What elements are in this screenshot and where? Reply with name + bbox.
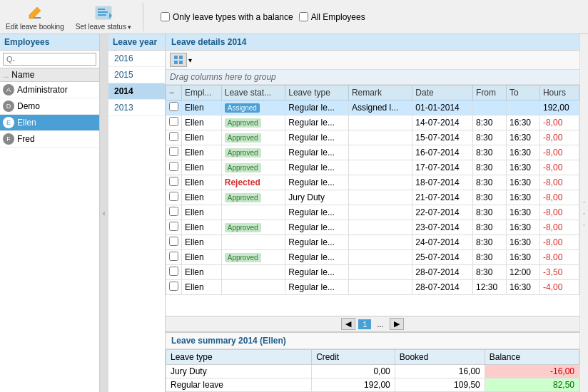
row-checkbox-cell[interactable] — [166, 250, 182, 265]
th-hours[interactable]: Hours — [539, 86, 579, 100]
emp-item-administrator[interactable]: A Administrator — [0, 82, 99, 98]
row-checkbox[interactable] — [169, 102, 178, 111]
cell-status: Approved — [221, 250, 285, 265]
table-row[interactable]: Ellen Approved Regular le... 25-07-2014 … — [166, 250, 579, 265]
collapse-employees-arrow[interactable]: ‹ — [100, 34, 108, 392]
row-checkbox-cell[interactable] — [166, 265, 182, 280]
table-row[interactable]: Ellen Approved Regular le... 15-07-2014 … — [166, 130, 579, 145]
row-checkbox[interactable] — [169, 252, 178, 261]
row-checkbox[interactable] — [169, 177, 178, 186]
row-checkbox-cell[interactable] — [166, 160, 182, 175]
emp-avatar-demo: D — [3, 100, 14, 112]
row-checkbox[interactable] — [169, 147, 178, 156]
row-checkbox-cell[interactable] — [166, 145, 182, 160]
table-row[interactable]: Ellen Approved Jury Duty 21-07-2014 8:30… — [166, 190, 579, 205]
cell-leave-type: Regular le... — [285, 265, 349, 280]
emp-item-ellen[interactable]: E Ellen — [0, 115, 99, 131]
grid-view-button[interactable] — [170, 53, 187, 67]
emp-item-demo[interactable]: D Demo — [0, 98, 99, 115]
cell-status — [221, 280, 285, 295]
summary-row: Regular leave 192,00 109,50 82,50 — [166, 378, 579, 392]
table-row[interactable]: Ellen Regular le... 22-07-2014 8:30 16:3… — [166, 205, 579, 220]
row-checkbox[interactable] — [169, 237, 178, 246]
all-employees-label[interactable]: All Employees — [299, 12, 365, 22]
year-item-2016[interactable]: 2016 — [108, 51, 165, 67]
row-checkbox-cell[interactable] — [166, 220, 182, 235]
svg-rect-7 — [179, 56, 183, 59]
cell-employee: Ellen — [182, 145, 222, 160]
page-dots[interactable]: ... — [374, 319, 386, 329]
page-prev-button[interactable]: ◀ — [341, 318, 355, 330]
edit-leave-icon — [24, 3, 46, 23]
row-checkbox-cell[interactable] — [166, 190, 182, 205]
year-item-2014[interactable]: 2014 — [108, 83, 165, 100]
only-leave-balance-label[interactable]: Only leave types with a balance — [161, 12, 293, 22]
leave-table-wrapper[interactable]: − Empl... Leave stat... Leave type Remar… — [166, 85, 579, 316]
grid-dropdown-icon[interactable]: ▾ — [188, 56, 192, 64]
sum-th-balance: Balance — [485, 350, 579, 365]
row-checkbox-cell[interactable] — [166, 100, 182, 115]
table-row[interactable]: Ellen Regular le... 24-07-2014 8:30 16:3… — [166, 235, 579, 250]
table-row[interactable]: Ellen Approved Regular le... 17-07-2014 … — [166, 160, 579, 175]
side-dots-right[interactable]: · · · — [579, 34, 588, 392]
cell-remark — [348, 145, 412, 160]
th-status[interactable]: Leave stat... — [221, 86, 285, 100]
table-row[interactable]: Ellen Approved Regular le... 14-07-2014 … — [166, 115, 579, 130]
row-checkbox-cell[interactable] — [166, 235, 182, 250]
cell-employee: Ellen — [182, 280, 222, 295]
table-row[interactable]: Ellen Assigned Regular le... Assigned l.… — [166, 100, 579, 115]
row-checkbox-cell[interactable] — [166, 175, 182, 190]
cell-hours: -8,00 — [539, 160, 579, 175]
row-checkbox-cell[interactable] — [166, 280, 182, 295]
row-checkbox[interactable] — [169, 267, 178, 276]
row-checkbox[interactable] — [169, 117, 178, 126]
cell-leave-type: Regular le... — [285, 220, 349, 235]
row-checkbox[interactable] — [169, 192, 178, 201]
cell-hours: -4,00 — [539, 280, 579, 295]
edit-leave-button[interactable]: Edit leave booking — [6, 3, 64, 31]
status-badge: Rejected — [225, 177, 260, 187]
table-row[interactable]: Ellen Approved Regular le... 23-07-2014 … — [166, 220, 579, 235]
page-next-button[interactable]: ▶ — [390, 318, 404, 330]
row-checkbox-cell[interactable] — [166, 115, 182, 130]
th-from[interactable]: From — [473, 86, 507, 100]
row-checkbox[interactable] — [169, 162, 178, 171]
set-leave-dropdown-icon[interactable]: ▾ — [128, 24, 131, 31]
row-checkbox-cell[interactable] — [166, 205, 182, 220]
cell-status — [221, 235, 285, 250]
row-checkbox[interactable] — [169, 207, 178, 216]
sum-th-type: Leave type — [166, 350, 312, 365]
table-row[interactable]: Ellen Rejected Regular le... 18-07-2014 … — [166, 175, 579, 190]
emp-item-fred[interactable]: F Fred — [0, 131, 99, 148]
table-row[interactable]: Ellen Regular le... 28-07-2014 8:30 12:0… — [166, 265, 579, 280]
th-leave-type[interactable]: Leave type — [285, 86, 349, 100]
set-leave-status-button[interactable]: Set leave status ▾ — [76, 3, 131, 31]
cell-hours: -8,00 — [539, 220, 579, 235]
table-row[interactable]: Ellen Regular le... 28-07-2014 12:30 16:… — [166, 280, 579, 295]
year-item-2013[interactable]: 2013 — [108, 100, 165, 116]
cell-to: 16:30 — [507, 280, 540, 295]
th-employee[interactable]: Empl... — [182, 86, 222, 100]
cell-remark — [348, 160, 412, 175]
only-leave-balance-checkbox[interactable] — [161, 12, 170, 21]
all-employees-checkbox[interactable] — [299, 12, 308, 21]
table-row[interactable]: Ellen Approved Regular le... 16-07-2014 … — [166, 145, 579, 160]
page-number[interactable]: 1 — [358, 319, 371, 329]
cell-leave-type: Regular le... — [285, 235, 349, 250]
leave-details-header: Leave details 2014 — [166, 34, 579, 51]
cell-hours: -8,00 — [539, 190, 579, 205]
th-to[interactable]: To — [507, 86, 540, 100]
row-checkbox[interactable] — [169, 132, 178, 141]
th-date[interactable]: Date — [412, 86, 473, 100]
cell-leave-type: Regular le... — [285, 175, 349, 190]
row-checkbox-cell[interactable] — [166, 130, 182, 145]
cell-remark — [348, 250, 412, 265]
year-item-2015[interactable]: 2015 — [108, 67, 165, 83]
leave-summary-header: Leave summary 2014 (Ellen) — [166, 333, 579, 349]
cell-from: 8:30 — [473, 235, 507, 250]
row-checkbox[interactable] — [169, 222, 178, 231]
row-checkbox[interactable] — [169, 282, 178, 291]
leave-details-toolbar: ▾ — [166, 51, 579, 70]
search-input[interactable] — [3, 53, 96, 66]
th-remark[interactable]: Remark — [348, 86, 412, 100]
